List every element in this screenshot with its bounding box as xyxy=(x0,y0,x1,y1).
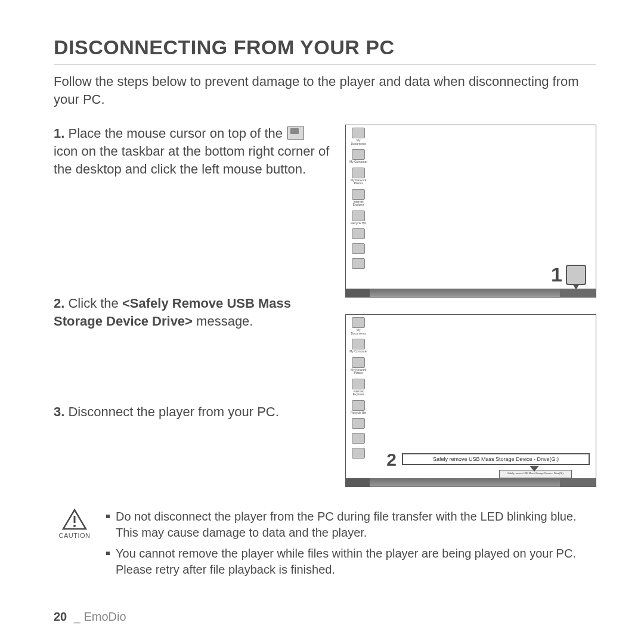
step-1: 1. Place the mouse cursor on top of the … xyxy=(54,125,331,178)
tray-eject-icon xyxy=(287,126,304,140)
figure-2-taskbar xyxy=(346,478,596,487)
caution-item: Do not disconnect the player from the PC… xyxy=(106,509,596,541)
desktop-icon: Internet Explorer xyxy=(349,189,367,207)
safely-remove-message: Safely remove USB Mass Storage Device - … xyxy=(402,453,590,465)
step-1-number: 1. xyxy=(54,126,64,141)
desktop-icon xyxy=(349,258,367,270)
step-3-text: Disconnect the player from your PC. xyxy=(68,404,278,419)
title-rule xyxy=(54,64,596,64)
desktop-icon: My Computer xyxy=(349,149,367,164)
desktop-icon: My Network Places xyxy=(349,357,367,375)
page-title: DISCONNECTING FROM YOUR PC xyxy=(54,36,596,59)
step-3-number: 3. xyxy=(54,404,64,419)
step-2-number: 2. xyxy=(54,296,64,311)
caution-label-text: CAUTION xyxy=(54,531,95,540)
desktop-icon: My Documents xyxy=(349,317,367,335)
system-tray xyxy=(560,478,596,487)
figure-1-callout-number: 1 xyxy=(551,263,562,286)
desktop-icon: Recycle Bin xyxy=(349,400,367,415)
desktop-icon xyxy=(349,448,367,459)
step-2: 2. Click the <Safely Remove USB Mass Sto… xyxy=(54,295,331,330)
intro-text: Follow the steps below to prevent damage… xyxy=(54,73,596,108)
page-number: 20 xyxy=(54,610,67,623)
page-footer: 20 _ EmoDio xyxy=(54,610,126,624)
desktop-icon: My Documents xyxy=(349,128,367,145)
bullet-icon xyxy=(106,552,110,555)
figures-column: My Documents My Computer My Network Plac… xyxy=(345,125,596,487)
start-button-icon xyxy=(346,289,370,297)
steps-column: 1. Place the mouse cursor on top of the … xyxy=(54,125,331,487)
step-1-text-b: icon on the taskbar at the bottom right … xyxy=(54,144,329,177)
desktop-icon: My Computer xyxy=(349,339,367,354)
desktop-icon: Recycle Bin xyxy=(349,210,367,225)
figure-2-desktop: My Documents My Computer My Network Plac… xyxy=(345,314,596,487)
figure-1-desktop-icons: My Documents My Computer My Network Plac… xyxy=(349,128,367,270)
caution-section: CAUTION Do not disconnect the player fro… xyxy=(54,509,596,583)
caution-label: CAUTION xyxy=(54,509,95,583)
figure-1-taskbar xyxy=(346,289,596,297)
step-3: 3. Disconnect the player from your PC. xyxy=(54,403,331,421)
desktop-icon xyxy=(349,418,367,429)
system-tray xyxy=(560,289,596,297)
figure-1-callout: 1 xyxy=(551,263,586,286)
caution-item: You cannot remove the player while files… xyxy=(106,546,596,578)
figure-1-desktop: My Documents My Computer My Network Plac… xyxy=(345,125,596,298)
start-button-icon xyxy=(346,478,370,487)
desktop-icon xyxy=(349,243,367,255)
safely-remove-icon xyxy=(566,265,586,285)
callout-arrow-icon xyxy=(530,466,539,472)
svg-point-2 xyxy=(73,525,76,527)
bullet-icon xyxy=(106,515,110,518)
section-name: EmoDio xyxy=(84,610,126,623)
desktop-icon xyxy=(349,433,367,444)
caution-list: Do not disconnect the player from the PC… xyxy=(106,509,596,583)
desktop-icon: My Network Places xyxy=(349,168,367,185)
caution-triangle-icon xyxy=(62,509,87,530)
caution-item-text: You cannot remove the player while files… xyxy=(116,546,596,578)
desktop-icon xyxy=(349,228,367,240)
desktop-icon: Internet Explorer xyxy=(349,379,367,397)
figure-2-desktop-icons: My Documents My Computer My Network Plac… xyxy=(349,317,367,459)
step-2-post: message. xyxy=(193,314,253,329)
step-2-pre: Click the xyxy=(68,296,122,311)
step-1-text-a: Place the mouse cursor on top of the xyxy=(68,126,283,141)
caution-item-text: Do not disconnect the player from the PC… xyxy=(116,509,596,541)
figure-2-callout-number: 2 xyxy=(386,450,397,470)
footer-separator: _ xyxy=(74,610,80,623)
